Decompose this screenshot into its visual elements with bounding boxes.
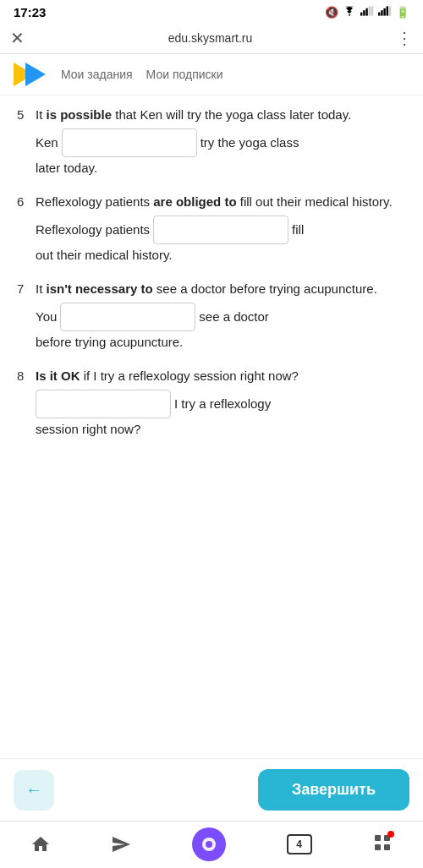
exercise-8: 8 Is it OK if I try a reflexology sessio… — [17, 367, 406, 439]
exercise-8-continuation: session right now? — [36, 420, 406, 439]
back-button[interactable]: ← — [14, 770, 54, 811]
nav-tasks[interactable]: Мои задания — [61, 68, 133, 81]
bottom-action-bar: ← Завершить — [0, 758, 423, 821]
nav-subscriptions[interactable]: Мои подписки — [146, 68, 223, 81]
mute-icon: 🔇 — [325, 6, 338, 19]
browser-close-button[interactable]: ✕ — [10, 28, 25, 48]
exercise-8-answer: I try a reflexology — [36, 390, 406, 418]
svg-rect-12 — [375, 835, 381, 841]
exercise-8-text: Is it OK if I try a reflexology session … — [36, 367, 406, 386]
ai-circle — [192, 827, 226, 861]
exercise-7-answer: You see a doctor — [36, 303, 406, 331]
exercise-8-prompt: 8 Is it OK if I try a reflexology sessio… — [17, 367, 406, 386]
app-logo — [14, 63, 44, 86]
exercise-5-prefix: Ken — [36, 131, 58, 154]
exercise-5-num: 5 — [17, 107, 36, 122]
home-nav-button[interactable] — [30, 834, 51, 854]
exercise-7-suffix: see a doctor — [199, 305, 269, 328]
content-area: 5 It is possible that Ken will try the y… — [0, 96, 423, 555]
exercise-5-answer: Ken try the yoga class — [36, 128, 406, 157]
exercise-6-suffix: fill — [292, 218, 304, 241]
exercise-7-prefix: You — [36, 305, 57, 328]
svg-rect-0 — [360, 13, 362, 16]
exercise-5-text: It is possible that Ken will try the yog… — [36, 106, 406, 125]
exercise-7: 7 It isn't necessary to see a doctor bef… — [17, 280, 406, 352]
svg-point-11 — [206, 841, 212, 848]
svg-rect-4 — [371, 6, 373, 15]
exercise-6-answer: Reflexology patients fill — [36, 216, 406, 244]
bottom-nav: 4 — [0, 821, 423, 868]
exercise-7-prompt: 7 It isn't necessary to see a doctor bef… — [17, 280, 406, 299]
exercise-6-input[interactable] — [153, 216, 288, 244]
grid-nav-button[interactable] — [372, 833, 393, 855]
exercise-7-num: 7 — [17, 281, 36, 296]
svg-rect-9 — [389, 6, 391, 15]
svg-rect-15 — [384, 844, 390, 850]
exercise-7-continuation: before trying acupuncture. — [36, 333, 406, 352]
send-icon — [111, 834, 131, 854]
exercise-5-prompt: 5 It is possible that Ken will try the y… — [17, 106, 406, 125]
ai-nav-button[interactable] — [192, 827, 226, 861]
svg-rect-1 — [363, 10, 365, 15]
svg-rect-3 — [369, 6, 371, 15]
send-nav-button[interactable] — [111, 834, 131, 854]
badge-icon: 4 — [287, 834, 312, 854]
exercise-8-num: 8 — [17, 368, 36, 383]
home-icon — [30, 834, 51, 854]
notification-dot — [387, 831, 394, 838]
app-nav: Мои задания Мои подписки — [61, 68, 223, 81]
app-header: Мои задания Мои подписки — [0, 54, 423, 96]
svg-rect-5 — [378, 13, 380, 16]
exercise-6-prompt: 6 Reflexology patients are obliged to fi… — [17, 193, 406, 212]
svg-rect-8 — [387, 6, 388, 15]
svg-rect-6 — [381, 10, 382, 15]
exercise-5-suffix: try the yoga class — [201, 131, 299, 154]
battery-icon: 🔋 — [396, 6, 409, 19]
logo-blue — [25, 63, 46, 86]
signal-icon — [360, 6, 374, 19]
complete-button[interactable]: Завершить — [258, 769, 409, 811]
exercise-7-input[interactable] — [60, 303, 195, 331]
exercise-5: 5 It is possible that Ken will try the y… — [17, 106, 406, 177]
grid-icon-wrapper — [372, 833, 393, 855]
svg-rect-7 — [383, 8, 385, 16]
svg-rect-14 — [375, 844, 381, 850]
status-bar: 17:23 🔇 — [0, 0, 423, 23]
wifi-icon — [343, 6, 356, 19]
exercise-8-suffix: I try a reflexology — [174, 392, 271, 415]
browser-url: edu.skysmart.ru — [33, 31, 387, 45]
back-arrow-icon: ← — [25, 780, 42, 800]
badge-count: 4 — [296, 838, 302, 850]
ai-icon — [199, 834, 219, 854]
browser-bar: ✕ edu.skysmart.ru ⋮ — [0, 23, 423, 54]
exercise-6-prefix: Reflexology patients — [36, 218, 150, 241]
signal-icon2 — [378, 6, 392, 19]
status-icons: 🔇 — [325, 6, 409, 19]
exercise-7-text: It isn't necessary to see a doctor befor… — [36, 280, 406, 299]
exercise-6-num: 6 — [17, 194, 36, 209]
exercise-6-continuation: out their medical history. — [36, 246, 406, 265]
exercise-6-text: Reflexology patients are obliged to fill… — [36, 193, 406, 212]
exercise-5-continuation: later today. — [36, 159, 406, 178]
svg-rect-2 — [365, 8, 367, 16]
status-time: 17:23 — [14, 5, 46, 19]
exercise-6: 6 Reflexology patients are obliged to fi… — [17, 193, 406, 265]
badge-nav-button[interactable]: 4 — [287, 834, 312, 854]
exercise-8-input[interactable] — [36, 390, 171, 418]
exercise-5-input[interactable] — [62, 128, 197, 157]
browser-menu-button[interactable]: ⋮ — [396, 28, 413, 48]
